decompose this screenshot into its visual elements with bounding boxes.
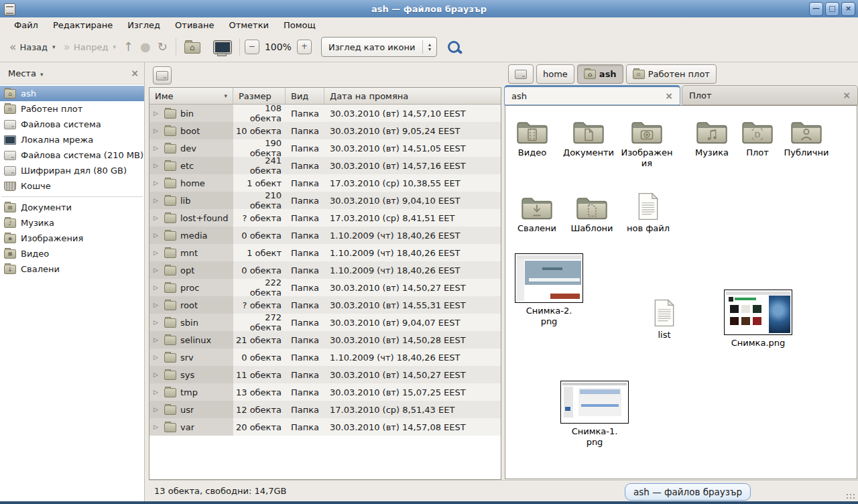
expander-icon[interactable]: ▷ xyxy=(154,371,160,378)
table-row[interactable]: ▷ media 0 обекта Папка 1.10.2009 (чт) 18… xyxy=(149,227,501,244)
expander-icon[interactable]: ▷ xyxy=(154,389,160,395)
sidebar-place-item[interactable]: Файлова система (210 MB) xyxy=(0,147,144,163)
tab[interactable]: ash × xyxy=(504,85,680,105)
sidebar-place-item[interactable]: Локална мрежа xyxy=(0,132,144,147)
icon-view-file[interactable]: нов файл xyxy=(624,191,672,234)
icon-view-folder[interactable]: Свалени xyxy=(515,191,559,234)
forward-button[interactable]: » Напред ▾ xyxy=(60,39,120,55)
table-row[interactable]: ▷ selinux 21 обекта Папка 30.03.2010 (вт… xyxy=(149,331,501,349)
close-button[interactable]: × xyxy=(841,2,855,16)
expander-icon[interactable]: ▷ xyxy=(154,302,160,308)
menu-item[interactable]: Изглед xyxy=(120,19,168,32)
icon-view-folder[interactable]: Плот xyxy=(737,115,778,158)
sidebar-place-item[interactable]: Кошче xyxy=(0,178,144,194)
breadcrumb-root-button[interactable] xyxy=(508,64,534,84)
expander-icon[interactable]: ▷ xyxy=(154,162,160,169)
table-row[interactable]: ▷ proc 222 обекта Папка 30.03.2010 (вт) … xyxy=(149,279,501,296)
table-row[interactable]: ▷ tmp 13 обекта Папка 30.03.2010 (вт) 15… xyxy=(149,383,501,401)
breadcrumb-ash-button[interactable]: ash xyxy=(577,64,623,84)
tab-close-icon[interactable]: × xyxy=(665,90,673,101)
reload-button[interactable]: ↻ xyxy=(154,38,171,56)
table-row[interactable]: ▷ var 20 обекта Папка 30.03.2010 (вт) 14… xyxy=(149,418,501,436)
sidebar-place-item[interactable]: Видео xyxy=(0,246,144,261)
table-row[interactable]: ▷ lost+found ? обекта Папка 17.03.2010 (… xyxy=(149,209,501,227)
table-row[interactable]: ▷ bin 108 обекта Папка 30.03.2010 (вт) 1… xyxy=(149,105,501,122)
icon-view-folder[interactable]: Публични xyxy=(780,115,833,158)
menu-item[interactable]: Файл xyxy=(7,19,46,32)
places-title[interactable]: Места ▾ xyxy=(8,68,131,78)
home-button[interactable] xyxy=(181,38,204,56)
resize-grip[interactable] xyxy=(846,493,855,500)
tab-close-icon[interactable]: × xyxy=(843,90,851,101)
maximize-button[interactable]: □ xyxy=(825,2,839,16)
titlebar[interactable]: ash — файлов браузър — □ × xyxy=(0,0,858,18)
sidebar-place-item[interactable]: ash xyxy=(0,86,144,101)
table-row[interactable]: ▷ usr 12 обекта Папка 17.03.2010 (ср) 8,… xyxy=(149,401,501,418)
expander-icon[interactable]: ▷ xyxy=(154,232,160,239)
table-row[interactable]: ▷ opt 0 обекта Папка 1.10.2009 (чт) 18,4… xyxy=(149,261,501,279)
expander-icon[interactable]: ▷ xyxy=(154,249,160,256)
icon-view-file[interactable]: list xyxy=(643,298,686,340)
table-row[interactable]: ▷ etc 241 обекта Папка 30.03.2010 (вт) 1… xyxy=(149,157,501,174)
back-button[interactable]: « Назад ▾ xyxy=(5,39,60,55)
column-header-size[interactable]: Размер xyxy=(233,88,286,104)
computer-button[interactable] xyxy=(210,38,235,56)
menu-item[interactable]: Отиване xyxy=(168,19,221,32)
expander-icon[interactable]: ▷ xyxy=(154,354,160,361)
icon-grid[interactable]: Видео Документи xyxy=(505,105,857,479)
breadcrumb-desktop-button[interactable]: Работен плот xyxy=(626,64,717,84)
column-header-date[interactable]: Дата на промяна xyxy=(324,88,501,104)
zoom-in-button[interactable]: + xyxy=(297,40,312,54)
combo-spinner-icon[interactable]: ▴▾ xyxy=(423,42,436,52)
sidebar-place-item[interactable]: Шифриран дял (80 GB) xyxy=(0,163,144,178)
sidebar-close-icon[interactable]: × xyxy=(131,68,139,78)
pane-splitter[interactable] xyxy=(144,62,149,501)
menu-item[interactable]: Редактиране xyxy=(46,19,120,32)
expander-icon[interactable]: ▷ xyxy=(154,145,160,151)
tab[interactable]: Плот × xyxy=(682,85,858,105)
sidebar-place-item[interactable]: Документи xyxy=(0,200,144,215)
icon-view-folder[interactable]: Документи xyxy=(561,115,616,158)
breadcrumb-home-button[interactable]: home xyxy=(536,64,574,84)
taskbar-window-button[interactable]: ash — файлов браузър xyxy=(625,483,751,501)
table-row[interactable]: ▷ sbin 272 обекта Папка 30.03.2010 (вт) … xyxy=(149,314,501,331)
minimize-button[interactable]: — xyxy=(809,2,823,16)
table-row[interactable]: ▷ mnt 1 обект Папка 1.10.2009 (чт) 18,40… xyxy=(149,244,501,261)
icon-view-folder[interactable]: Шаблони xyxy=(570,191,614,234)
table-row[interactable]: ▷ home 1 обект Папка 17.03.2010 (ср) 10,… xyxy=(149,174,501,192)
column-header-name[interactable]: Име ▾ xyxy=(149,88,233,104)
expander-icon[interactable]: ▷ xyxy=(154,319,160,326)
icon-view-image[interactable]: Снимка-2. png xyxy=(512,253,586,327)
sidebar-place-item[interactable]: Изображения xyxy=(0,231,144,246)
expander-icon[interactable]: ▷ xyxy=(154,110,160,117)
back-history-caret-icon[interactable]: ▾ xyxy=(52,44,56,50)
expander-icon[interactable]: ▷ xyxy=(154,284,160,291)
icon-view-image[interactable]: Снимка.png xyxy=(721,290,795,349)
table-row[interactable]: ▷ lib 210 обекта Папка 30.03.2010 (вт) 9… xyxy=(149,192,501,209)
column-header-type[interactable]: Вид xyxy=(286,88,324,104)
icon-view-folder[interactable]: Видео xyxy=(512,115,552,158)
expander-icon[interactable]: ▷ xyxy=(154,180,160,186)
menu-item[interactable]: Отметки xyxy=(221,19,275,32)
expander-icon[interactable]: ▷ xyxy=(154,424,160,430)
sidebar-place-item[interactable]: Файлова система xyxy=(0,117,144,132)
stop-button[interactable]: ● xyxy=(137,38,154,56)
sidebar-place-item[interactable]: Свалени xyxy=(0,261,144,277)
icon-view-folder[interactable]: Изображен ия xyxy=(618,115,676,169)
expander-icon[interactable]: ▷ xyxy=(154,336,160,343)
expander-icon[interactable]: ▷ xyxy=(154,197,160,204)
sidebar-place-item[interactable]: Музика xyxy=(0,215,144,231)
icon-view-image[interactable]: Снимка-1. png xyxy=(558,381,631,448)
icon-view-folder[interactable]: Музика xyxy=(688,115,736,158)
expander-icon[interactable]: ▷ xyxy=(154,406,160,413)
menu-item[interactable]: Помощ xyxy=(276,19,323,32)
table-row[interactable]: ▷ srv 0 обекта Папка 1.10.2009 (чт) 18,4… xyxy=(149,349,501,366)
expander-icon[interactable]: ▷ xyxy=(154,214,160,221)
table-row[interactable]: ▷ sys 11 обекта Папка 30.03.2010 (вт) 14… xyxy=(149,366,501,383)
expander-icon[interactable]: ▷ xyxy=(154,267,160,273)
location-root-button[interactable] xyxy=(153,66,172,84)
up-button[interactable]: ↑ xyxy=(120,38,137,56)
table-row[interactable]: ▷ dev 190 обекта Папка 30.03.2010 (вт) 1… xyxy=(149,139,501,157)
view-mode-select[interactable]: Изглед като икони ▴▾ xyxy=(321,37,437,57)
zoom-out-button[interactable]: − xyxy=(245,40,259,54)
